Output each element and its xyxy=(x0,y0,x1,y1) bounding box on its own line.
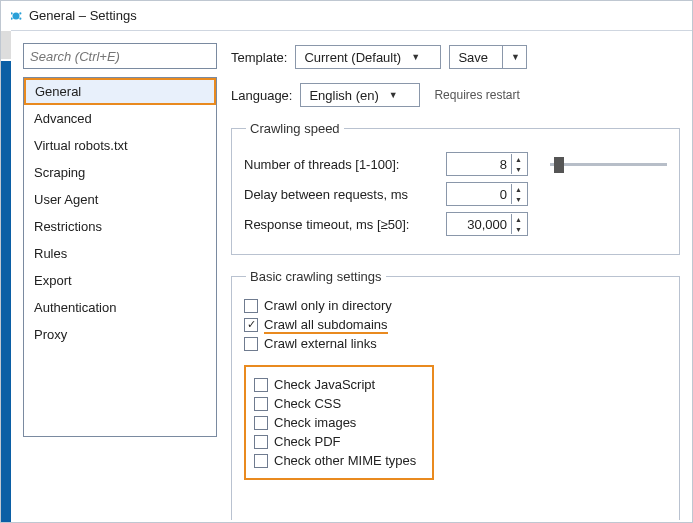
sidebar-item-label: Virtual robots.txt xyxy=(34,138,128,153)
crawling-speed-legend: Crawling speed xyxy=(246,121,344,136)
sidebar-item-scraping[interactable]: Scraping xyxy=(24,159,216,186)
chevron-down-icon: ▼ xyxy=(411,52,420,62)
sidebar-item-label: General xyxy=(35,84,81,99)
delay-input[interactable]: 0 ▲▼ xyxy=(446,182,528,206)
save-button[interactable]: Save ▼ xyxy=(449,45,527,69)
threads-input[interactable]: 8 ▲▼ xyxy=(446,152,528,176)
sidebar-item-general[interactable]: General xyxy=(24,78,216,105)
spinner-up-icon[interactable]: ▲ xyxy=(511,184,525,194)
spinner-down-icon[interactable]: ▼ xyxy=(511,194,525,204)
crawl-external-checkbox[interactable] xyxy=(244,337,258,351)
sidebar-item-label: Export xyxy=(34,273,72,288)
template-select-value: Current (Default) xyxy=(304,50,401,65)
check-js-checkbox[interactable] xyxy=(254,378,268,392)
check-css-checkbox[interactable] xyxy=(254,397,268,411)
threads-label: Number of threads [1-100]: xyxy=(244,157,434,172)
check-types-highlight: Check JavaScript Check CSS Check images … xyxy=(244,365,434,480)
spinner-up-icon[interactable]: ▲ xyxy=(511,154,525,164)
svg-point-4 xyxy=(19,17,21,19)
svg-point-0 xyxy=(13,12,20,19)
timeout-label: Response timeout, ms [≥50]: xyxy=(244,217,434,232)
delay-label: Delay between requests, ms xyxy=(244,187,434,202)
sidebar-item-proxy[interactable]: Proxy xyxy=(24,321,216,348)
check-mime-label: Check other MIME types xyxy=(274,453,416,468)
sidebar-item-export[interactable]: Export xyxy=(24,267,216,294)
sidebar-item-label: Advanced xyxy=(34,111,92,126)
sidebar-item-label: Rules xyxy=(34,246,67,261)
search-input-wrap[interactable] xyxy=(23,43,217,69)
search-input[interactable] xyxy=(30,49,210,64)
sidebar-item-authentication[interactable]: Authentication xyxy=(24,294,216,321)
crawl-subdomains-label: Crawl all subdomains xyxy=(264,317,388,332)
dock-tab-blue[interactable] xyxy=(1,61,11,522)
language-select[interactable]: English (en) ▼ xyxy=(300,83,420,107)
crawl-directory-label: Crawl only in directory xyxy=(264,298,392,313)
sidebar-item-advanced[interactable]: Advanced xyxy=(24,105,216,132)
language-select-value: English (en) xyxy=(309,88,378,103)
check-images-label: Check images xyxy=(274,415,356,430)
template-label: Template: xyxy=(231,50,287,65)
language-label: Language: xyxy=(231,88,292,103)
chevron-down-icon: ▼ xyxy=(511,52,520,62)
sidebar-item-virtual-robots[interactable]: Virtual robots.txt xyxy=(24,132,216,159)
check-css-label: Check CSS xyxy=(274,396,341,411)
main-panel: Template: Current (Default) ▼ Save ▼ Lan… xyxy=(231,43,680,510)
basic-crawling-legend: Basic crawling settings xyxy=(246,269,386,284)
check-js-label: Check JavaScript xyxy=(274,377,375,392)
spinner-up-icon[interactable]: ▲ xyxy=(511,214,525,224)
spinner-down-icon[interactable]: ▼ xyxy=(511,164,525,174)
check-pdf-checkbox[interactable] xyxy=(254,435,268,449)
sidebar-item-restrictions[interactable]: Restrictions xyxy=(24,213,216,240)
sidebar-item-label: Scraping xyxy=(34,165,85,180)
threads-slider[interactable] xyxy=(550,154,667,174)
sidebar-item-label: Proxy xyxy=(34,327,67,342)
sidebar-item-label: Restrictions xyxy=(34,219,102,234)
sidebar-item-label: Authentication xyxy=(34,300,116,315)
save-button-label: Save xyxy=(458,50,488,65)
dock-tab-gray[interactable] xyxy=(1,31,11,59)
sidebar: General Advanced Virtual robots.txt Scra… xyxy=(23,43,217,510)
sidebar-item-rules[interactable]: Rules xyxy=(24,240,216,267)
slider-track xyxy=(550,163,667,166)
crawl-external-label: Crawl external links xyxy=(264,336,377,351)
check-pdf-label: Check PDF xyxy=(274,434,340,449)
delay-value: 0 xyxy=(447,187,511,202)
crawl-directory-checkbox[interactable] xyxy=(244,299,258,313)
crawl-subdomains-checkbox[interactable]: ✓ xyxy=(244,318,258,332)
slider-thumb[interactable] xyxy=(554,157,564,173)
app-icon xyxy=(9,9,23,23)
timeout-value: 30,000 xyxy=(447,217,511,232)
requires-restart-label: Requires restart xyxy=(434,88,519,102)
window-title: General – Settings xyxy=(29,8,137,23)
svg-point-2 xyxy=(19,12,21,14)
timeout-input[interactable]: 30,000 ▲▼ xyxy=(446,212,528,236)
check-mime-checkbox[interactable] xyxy=(254,454,268,468)
spinner-down-icon[interactable]: ▼ xyxy=(511,224,525,234)
threads-value: 8 xyxy=(447,157,511,172)
chevron-down-icon: ▼ xyxy=(389,90,398,100)
sidebar-item-user-agent[interactable]: User Agent xyxy=(24,186,216,213)
crawling-speed-group: Crawling speed Number of threads [1-100]… xyxy=(231,121,680,255)
template-select[interactable]: Current (Default) ▼ xyxy=(295,45,441,69)
title-bar: General – Settings xyxy=(1,1,692,31)
docked-tab-strip xyxy=(1,1,11,522)
check-images-checkbox[interactable] xyxy=(254,416,268,430)
basic-crawling-group: Basic crawling settings Crawl only in di… xyxy=(231,269,680,520)
nav-list: General Advanced Virtual robots.txt Scra… xyxy=(23,77,217,437)
sidebar-item-label: User Agent xyxy=(34,192,98,207)
